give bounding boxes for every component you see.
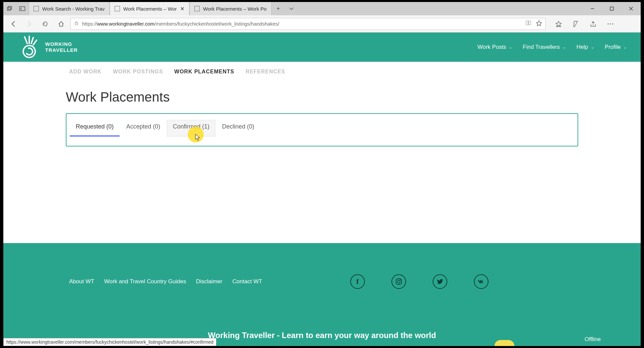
forward-button[interactable] [23,17,36,31]
footer-link-contact[interactable]: Contact WT [232,278,262,285]
tab-accepted[interactable]: Accepted (0) [120,120,166,136]
tab-confirmed[interactable]: Confirmed (1) [167,120,215,136]
vk-icon[interactable] [474,274,488,289]
svg-line-14 [31,38,33,44]
url-field[interactable]: https://www.workingtraveller.com/members… [70,18,546,30]
footer-link-guides[interactable]: Work and Travel Country Guides [104,278,186,285]
window-controls [583,2,641,15]
address-bar: https://www.workingtraveller.com/members… [3,15,641,33]
notes-icon[interactable] [569,17,583,31]
chevron-down-icon: ⌄ [623,45,627,49]
browser-tab-1[interactable]: Work Placements – Wor ✕ [110,2,189,15]
refresh-button[interactable] [39,17,52,31]
reading-view-icon[interactable] [525,20,531,27]
new-tab-button[interactable]: + [271,2,285,15]
subnav-add-work[interactable]: ADD WORK [69,69,102,75]
sub-nav: ADD WORK WORK POSTINGS WORK PLACEMENTS R… [3,62,641,82]
chevron-down-icon: ⌄ [509,45,512,49]
chevron-down-icon: ⌄ [591,45,594,49]
back-button[interactable] [7,17,20,31]
minimize-button[interactable] [583,2,602,15]
tab-aside-icon[interactable] [16,2,29,15]
instagram-icon[interactable] [391,274,406,289]
page-title: Work Placements [66,90,578,105]
close-icon[interactable]: ✕ [180,6,184,12]
page-icon [194,6,200,11]
nav-profile[interactable]: Profile⌄ [605,44,627,50]
tab-requested[interactable]: Requested (0) [70,120,120,136]
share-icon[interactable] [586,17,600,31]
primary-nav: Work Posts⌄ Find Travellers⌄ Help⌄ Profi… [478,44,627,50]
subnav-references[interactable]: REFERENCES [246,69,285,75]
home-button[interactable] [54,17,68,31]
svg-rect-1 [8,6,12,9]
social-links: f [350,274,488,289]
facebook-icon[interactable]: f [350,274,365,289]
browser-tabbar: Work Search - Working Trav Work Placemen… [3,2,641,15]
main-content: Work Placements Requested (0) Accepted (… [3,82,641,160]
svg-point-17 [397,280,400,283]
browser-window: Work Search - Working Trav Work Placemen… [3,2,641,346]
svg-point-9 [607,23,608,24]
page-icon [115,6,120,11]
brand-text: WORKING TRAVELLER [45,41,78,53]
page-viewport: WORKING TRAVELLER Work Posts⌄ Find Trave… [3,33,641,346]
site-logo[interactable]: WORKING TRAVELLER [17,36,78,59]
svg-point-10 [610,23,611,24]
nav-work-posts[interactable]: Work Posts⌄ [478,44,512,50]
nav-help[interactable]: Help⌄ [577,44,594,50]
svg-line-15 [33,40,37,45]
browser-tab-0[interactable]: Work Search - Working Trav [29,2,110,15]
nav-find-travellers[interactable]: Find Travellers⌄ [523,44,566,50]
placements-tabs-container: Requested (0) Accepted (0) Confirmed (1)… [66,113,578,146]
site-footer: About WT Work and Travel Country Guides … [3,243,641,346]
svg-rect-4 [610,7,613,10]
subnav-work-postings[interactable]: WORK POSTINGS [113,69,163,75]
chat-widget-dot [494,340,514,346]
tab-preview-icon[interactable] [3,2,16,15]
close-window-button[interactable] [621,2,641,15]
status-bar: https://www.workingtraveller.com/members… [3,338,216,346]
lock-icon [74,21,79,27]
chat-status[interactable]: Offline [585,336,601,343]
tabs-dropdown-button[interactable] [285,2,298,15]
tab-list: Requested (0) Accepted (0) Confirmed (1)… [70,120,574,136]
svg-rect-0 [7,7,11,10]
tab-declined[interactable]: Declined (0) [216,120,260,136]
tab-title: Work Placements – Wor [123,6,177,12]
svg-point-11 [612,23,613,24]
tab-title: Work Placements – Work Po [203,6,267,12]
svg-point-18 [400,280,401,281]
twitter-icon[interactable] [433,274,447,289]
footer-link-disclaimer[interactable]: Disclaimer [196,278,222,285]
browser-tab-2[interactable]: Work Placements – Work Po [189,2,271,15]
page-icon [34,6,39,11]
url-text: https://www.workingtraveller.com/members… [82,21,279,27]
tab-title: Work Search - Working Trav [42,6,105,12]
favorite-star-icon[interactable] [536,20,542,27]
site-header: WORKING TRAVELLER Work Posts⌄ Find Trave… [3,33,641,62]
svg-line-12 [25,37,27,44]
svg-rect-7 [75,23,78,25]
chevron-down-icon: ⌄ [563,45,566,49]
maximize-button[interactable] [602,2,621,15]
subnav-work-placements[interactable]: WORK PLACEMENTS [174,69,234,75]
favorites-hub-icon[interactable] [552,17,566,31]
footer-link-about[interactable]: About WT [69,278,94,285]
more-icon[interactable] [603,17,617,31]
